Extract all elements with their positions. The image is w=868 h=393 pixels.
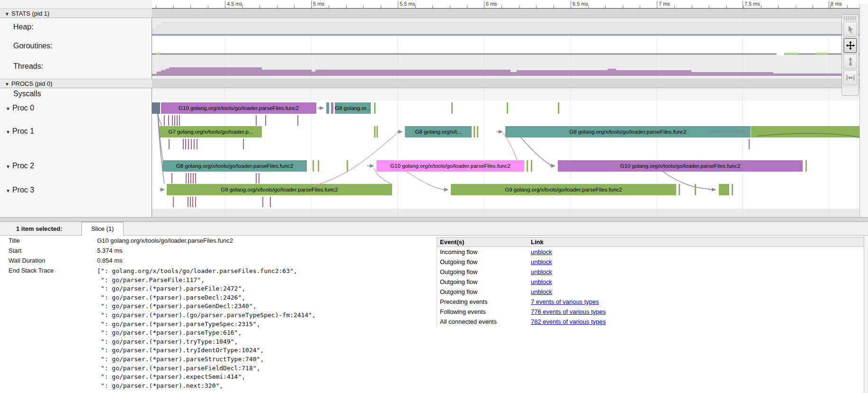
instant-event-tick[interactable] [262, 197, 263, 207]
event-link[interactable]: unblock [531, 258, 552, 265]
instant-event-tick[interactable] [265, 115, 266, 126]
timeline-slice-fragment[interactable] [805, 160, 807, 172]
timeline-slice-fragment[interactable] [474, 126, 475, 137]
timeline-slice[interactable]: G10 golang.org/x/tools/go/loader.parseFi… [558, 160, 803, 172]
procs-section-header[interactable]: ▼PROCS (pid 0) [0, 79, 868, 88]
timeline-slice-fragment[interactable] [527, 160, 528, 172]
timeline-slice[interactable]: G10 golang.org/x/tools/go/loader.parseFi… [376, 160, 524, 172]
timeline-slice[interactable]: G10 golang.org/x/tools/go/loader.parseFi… [161, 102, 316, 114]
timeline-slice-fragment[interactable] [374, 126, 376, 137]
instant-event-tick[interactable] [193, 173, 194, 183]
instant-event-tick[interactable] [173, 197, 174, 207]
timeline-scrollbar[interactable] [859, 4, 868, 217]
threads-track-label[interactable]: Threads: [13, 62, 43, 71]
timeline-slice[interactable]: G8 golang.or... [335, 102, 371, 114]
instant-event-tick[interactable] [172, 115, 173, 126]
timing-tool-button[interactable] [843, 70, 857, 85]
panel-scrollbar[interactable] [864, 236, 868, 393]
timeline-slice[interactable]: G7 golang.org/x/tools/go/loader.p... [160, 126, 262, 137]
pan-tool-button[interactable] [843, 38, 857, 53]
timeline-slice[interactable]: G8 golang.org/x/tools/go/loader.parseFil… [162, 160, 307, 172]
timeline-slice[interactable]: G8 golang.org/x/tools/go/loader.parseFil… [505, 126, 751, 137]
event-link[interactable]: 776 events of various types [531, 308, 606, 315]
event-link[interactable]: unblock [531, 268, 552, 275]
timeline-slice-fragment[interactable] [152, 102, 160, 114]
timeline-slice-fragment[interactable] [558, 102, 559, 114]
instant-event-tick[interactable] [192, 197, 193, 207]
instant-event-tick[interactable] [256, 173, 257, 183]
instant-event-tick[interactable] [185, 139, 186, 149]
instant-event-tick[interactable] [195, 197, 196, 207]
timeline-slice[interactable]: G8 golang.org/x/t... [405, 126, 472, 137]
proc0-track-label[interactable]: ▼Proc 0 [6, 104, 34, 112]
zoom-tool-button[interactable] [843, 54, 857, 69]
collapse-triangle-icon: ▼ [6, 164, 10, 169]
instant-event-tick[interactable] [168, 115, 169, 126]
timeline-slice-fragment[interactable] [679, 184, 680, 195]
instant-event-tick[interactable] [190, 173, 191, 183]
instant-event-tick[interactable] [174, 115, 175, 126]
timeline-slice-fragment[interactable] [374, 102, 376, 114]
timeline-area[interactable]: 4.5 ms5 ms5.5 ms6 ms6.5 ms7 ms7.5 ms8 ms [0, 0, 868, 217]
time-ruler[interactable]: 4.5 ms5 ms5.5 ms6 ms6.5 ms7 ms7.5 ms8 ms [0, 0, 868, 9]
timeline-slice-fragment[interactable] [318, 160, 319, 172]
instant-event-tick[interactable] [179, 115, 180, 126]
proc2-track-label[interactable]: ▼Proc 2 [6, 162, 34, 170]
instant-event-tick[interactable] [243, 139, 244, 149]
instant-event-tick[interactable] [297, 115, 298, 126]
timeline-slice-fragment[interactable] [477, 126, 478, 137]
proc3-track-label[interactable]: ▼Proc 3 [6, 186, 34, 194]
timeline-slice-fragment[interactable] [376, 126, 378, 137]
timeline-slice[interactable]: G9 golang.org/x/tools/go/loader.parseFil… [167, 184, 392, 195]
instant-event-tick[interactable] [197, 139, 197, 149]
timeline-slice-fragment[interactable] [732, 184, 733, 195]
instant-event-tick[interactable] [256, 115, 257, 126]
event-link[interactable]: unblock [531, 288, 552, 295]
syscalls-track-label[interactable]: Syscalls [13, 90, 41, 98]
proc1-track-label[interactable]: ▼Proc 1 [6, 127, 34, 136]
tab-slice[interactable]: Slice (1) [81, 222, 124, 236]
instant-event-tick[interactable] [183, 139, 184, 149]
timeline-slice-fragment[interactable] [347, 160, 348, 172]
timeline-slice-fragment[interactable] [451, 102, 453, 114]
stats-section-header[interactable]: ▼STATS (pid 1) [0, 9, 868, 18]
instant-event-tick[interactable] [171, 173, 172, 183]
timeline-slice-fragment[interactable] [751, 126, 859, 137]
instant-event-tick[interactable] [186, 173, 187, 183]
instant-event-tick[interactable] [188, 173, 189, 183]
instant-event-tick[interactable] [190, 197, 191, 207]
instant-event-tick[interactable] [259, 173, 260, 183]
ruler-major-tick [829, 1, 829, 8]
instant-event-tick[interactable] [169, 139, 170, 149]
trace-viewer: 4.5 ms5 ms5.5 ms6 ms6.5 ms7 ms7.5 ms8 ms [0, 0, 868, 393]
event-link[interactable]: unblock [531, 278, 552, 285]
instant-event-tick[interactable] [177, 115, 178, 126]
event-link[interactable]: 782 events of various types [531, 318, 606, 325]
goroutines-track-label[interactable]: Goroutines: [13, 42, 53, 50]
heap-track-label[interactable]: Heap: [13, 23, 34, 31]
instant-event-tick[interactable] [188, 197, 188, 207]
timeline-slice-fragment[interactable] [719, 184, 729, 195]
timeline-slice-fragment[interactable] [531, 160, 532, 172]
selection-tool-button[interactable] [843, 22, 857, 37]
instant-event-tick[interactable] [191, 139, 192, 149]
detail-value-start: 5.374 ms [97, 247, 122, 254]
instant-event-tick[interactable] [194, 139, 195, 149]
palette-drag-handle-icon[interactable] [844, 16, 857, 20]
event-link[interactable]: 7 events of various types [531, 298, 599, 305]
instant-event-tick[interactable] [270, 197, 271, 207]
events-table: Event(s) Link Incoming flowunblockOutgoi… [437, 237, 864, 327]
instant-event-tick[interactable] [749, 139, 750, 149]
instant-event-tick[interactable] [195, 173, 196, 183]
instant-event-tick[interactable] [164, 115, 165, 126]
detail-label-wall-duration: Wall Duration [9, 257, 45, 264]
panel-resize-handle[interactable] [0, 217, 868, 222]
timeline-slice[interactable]: G9 golang.org/x/tools/go/loader.parseFil… [451, 184, 676, 195]
timeline-slice-fragment[interactable] [695, 184, 696, 195]
timeline-slice-fragment[interactable] [507, 102, 508, 114]
event-link[interactable]: unblock [531, 248, 552, 256]
timeline-slice-fragment[interactable] [331, 102, 333, 114]
timeline-slice-fragment[interactable] [313, 160, 314, 172]
instant-event-tick[interactable] [188, 139, 189, 149]
timeline-slice-fragment[interactable] [326, 102, 329, 114]
